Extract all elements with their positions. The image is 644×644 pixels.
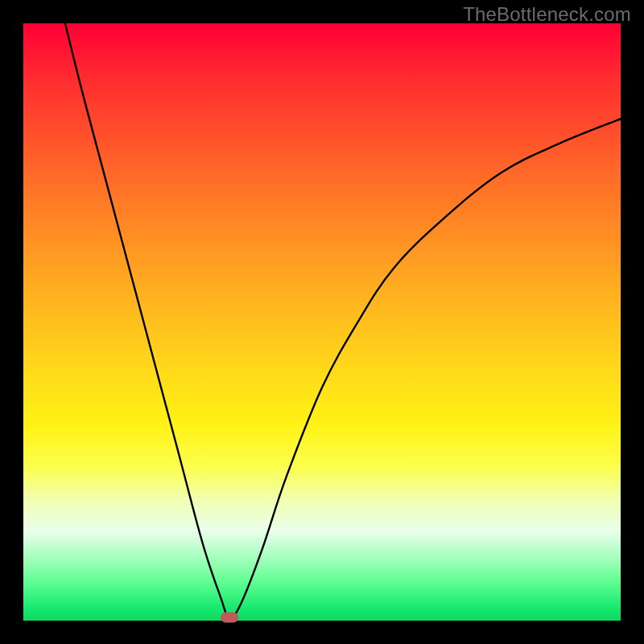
- chart-frame: TheBottleneck.com: [0, 0, 644, 644]
- minimum-marker: [221, 613, 238, 623]
- watermark-text: TheBottleneck.com: [463, 3, 631, 26]
- bottleneck-curve: [65, 23, 621, 618]
- curve-svg: [23, 23, 621, 621]
- plot-area: [23, 23, 621, 621]
